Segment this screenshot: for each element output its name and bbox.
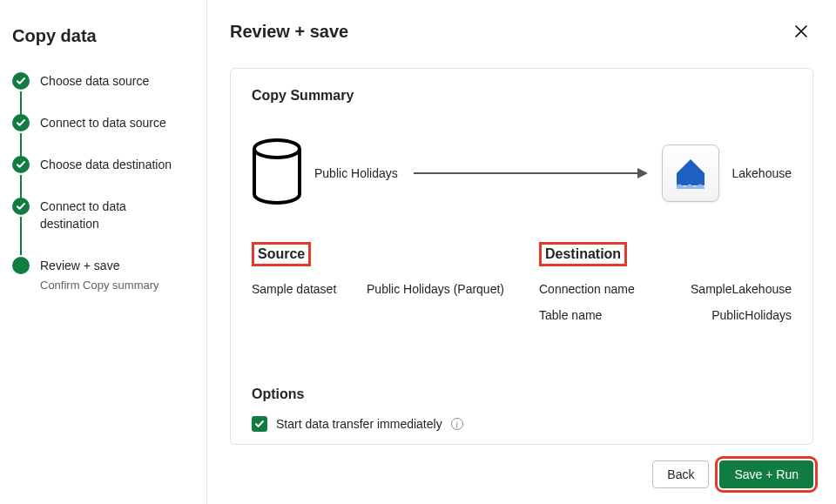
- option-start-immediately[interactable]: Start data transfer immediately i: [252, 416, 792, 432]
- source-column: Source Sample dataset Public Holidays (P…: [252, 242, 504, 334]
- destination-row-key: Table name: [539, 308, 602, 322]
- step-label: Choose data destination: [40, 156, 185, 173]
- step-connect-source[interactable]: Connect to data source: [12, 114, 185, 131]
- checkbox-checked-icon[interactable]: [252, 416, 267, 432]
- source-heading: Source: [252, 242, 311, 266]
- copy-summary-title: Copy Summary: [252, 88, 792, 104]
- step-label: Review + save: [40, 257, 185, 274]
- step-label: Connect to data source: [40, 114, 185, 131]
- wizard-title: Copy data: [12, 26, 185, 46]
- back-button[interactable]: Back: [652, 460, 709, 488]
- footer-buttons: Back Save + Run: [230, 460, 813, 488]
- step-connect-destination[interactable]: Connect to data destination: [12, 198, 185, 232]
- step-review-save[interactable]: Review + save Confirm Copy summary: [12, 257, 185, 293]
- summary-diagram: Public Holidays Lakehouse: [252, 138, 792, 207]
- options-title: Options: [252, 386, 792, 402]
- destination-name: Lakehouse: [732, 166, 792, 180]
- source-name: Public Holidays: [314, 166, 398, 180]
- review-pane: Review + save Copy Summary Public Holida…: [207, 0, 836, 504]
- destination-heading: Destination: [539, 242, 627, 266]
- destination-column: Destination Connection name SampleLakeho…: [539, 242, 792, 334]
- checkmark-icon: [12, 156, 30, 173]
- lakehouse-icon: [662, 144, 719, 202]
- arrow-icon: [414, 172, 647, 174]
- close-icon: [793, 24, 809, 39]
- summary-details: Source Sample dataset Public Holidays (P…: [252, 242, 792, 334]
- svg-point-0: [254, 140, 300, 158]
- step-sublabel: Confirm Copy summary: [40, 278, 185, 293]
- close-button[interactable]: [789, 19, 813, 44]
- step-choose-destination[interactable]: Choose data destination: [12, 156, 185, 173]
- destination-row-value: PublicHolidays: [711, 308, 792, 322]
- source-row-value: Public Holidays (Parquet): [367, 282, 504, 296]
- checkmark-icon: [12, 72, 30, 90]
- step-label: Choose data source: [40, 72, 185, 90]
- database-icon: [252, 138, 302, 207]
- destination-row-value: SampleLakehouse: [691, 282, 792, 296]
- option-label: Start data transfer immediately: [276, 417, 442, 431]
- destination-row: Table name PublicHolidays: [539, 308, 792, 322]
- source-row: Sample dataset Public Holidays (Parquet): [252, 282, 504, 296]
- destination-row-key: Connection name: [539, 282, 635, 296]
- pane-title: Review + save: [230, 22, 348, 42]
- pane-header: Review + save: [230, 19, 813, 44]
- copy-summary-card: Copy Summary Public Holidays Lakehouse S…: [230, 68, 813, 445]
- save-run-button[interactable]: Save + Run: [719, 460, 813, 488]
- current-step-icon: [12, 257, 30, 274]
- checkmark-icon: [12, 114, 30, 131]
- wizard-steps: Choose data source Connect to data sourc…: [12, 72, 185, 293]
- source-row-key: Sample dataset: [252, 282, 336, 296]
- info-icon[interactable]: i: [451, 418, 463, 430]
- destination-row: Connection name SampleLakehouse: [539, 282, 792, 296]
- wizard-sidebar: Copy data Choose data source Connect to …: [0, 0, 207, 504]
- step-choose-source[interactable]: Choose data source: [12, 72, 185, 90]
- step-label: Connect to data destination: [40, 198, 185, 232]
- checkmark-icon: [12, 198, 30, 215]
